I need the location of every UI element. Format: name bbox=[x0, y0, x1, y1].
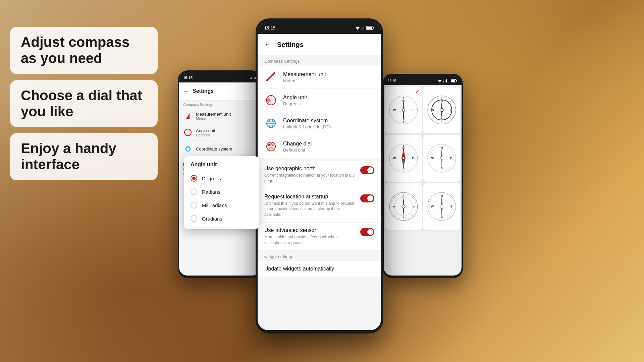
svg-rect-23 bbox=[445, 80, 445, 82]
toggle-sensor-switch[interactable] bbox=[360, 228, 374, 236]
main-back-icon[interactable]: ← bbox=[264, 40, 272, 49]
radio-radians-outer bbox=[191, 188, 197, 195]
card-2-text: Choose a dial that you like bbox=[21, 87, 147, 120]
main-toggle-north[interactable]: Use geographic north Current magnetic de… bbox=[258, 161, 381, 189]
dial-4-svg: N S E W bbox=[427, 143, 457, 173]
wifi-icon bbox=[355, 26, 360, 30]
bg-title: Settings bbox=[193, 88, 214, 94]
radio-degrees-outer bbox=[191, 175, 197, 182]
main-section-label: Compass Settings bbox=[258, 55, 381, 66]
radio-radians[interactable]: Radians bbox=[184, 185, 259, 198]
svg-text:W: W bbox=[431, 205, 434, 208]
bg-setting-coord[interactable]: 🌐 Coordinate system bbox=[179, 141, 260, 157]
phone-right: 15:15 bbox=[382, 74, 463, 278]
bg-section-header: Compass Settings bbox=[179, 100, 260, 108]
dial-card-1[interactable]: N S E W bbox=[385, 86, 422, 133]
svg-text:E: E bbox=[450, 108, 452, 112]
main-measurement-value: Meters bbox=[283, 78, 326, 83]
svg-text:W: W bbox=[392, 205, 395, 208]
svg-text:E: E bbox=[450, 157, 452, 160]
dial-2-svg: N S E W bbox=[427, 95, 457, 125]
bg-setting-angle[interactable]: Angle unit Degrees bbox=[179, 124, 260, 141]
bg-angle-label: Angle unit bbox=[196, 128, 215, 133]
bg-angle-icon bbox=[183, 128, 193, 137]
main-dial-label: Change dial bbox=[283, 141, 312, 147]
dial-card-6[interactable]: N S E W bbox=[423, 183, 460, 230]
toggle-north-desc: Current magnetic declination at your loc… bbox=[264, 173, 356, 184]
toggle-sensor-title: Use advanced sensor bbox=[264, 227, 356, 233]
dial-card-5[interactable]: N S E W bbox=[385, 183, 422, 230]
svg-text:W: W bbox=[393, 157, 396, 160]
svg-point-80 bbox=[440, 157, 443, 160]
svg-rect-6 bbox=[373, 27, 374, 28]
svg-point-107 bbox=[440, 205, 443, 208]
main-setting-dial[interactable]: Change dial Default dial bbox=[258, 135, 381, 158]
radio-degrees-label: Degrees bbox=[202, 176, 221, 181]
right-time: 15:15 bbox=[388, 79, 396, 83]
dial-6-svg: N S E W bbox=[427, 191, 457, 222]
radio-degrees[interactable]: Degrees bbox=[184, 172, 259, 185]
dial-1-svg: N S E W bbox=[388, 95, 419, 125]
camera-notch bbox=[318, 28, 321, 32]
toggle-north-switch[interactable] bbox=[360, 166, 374, 174]
radio-milliradians[interactable]: Milliradians bbox=[184, 198, 259, 212]
svg-text:W: W bbox=[393, 108, 396, 112]
main-measurement-label: Measurement unit bbox=[283, 71, 326, 77]
svg-marker-21 bbox=[438, 80, 442, 82]
phone-main-screen: 15:15 ← Settings Compass Settings bbox=[258, 22, 381, 330]
bg-app-bar: ← Settings bbox=[179, 82, 260, 100]
main-angle-icon bbox=[264, 94, 278, 107]
dial-grid: N S E W bbox=[384, 85, 462, 231]
toggle-north-title: Use geographic north bbox=[264, 166, 356, 172]
main-toggle-sensor[interactable]: Use advanced sensor More stable and prov… bbox=[258, 223, 381, 251]
svg-point-67 bbox=[402, 157, 405, 159]
main-widget-update[interactable]: Update widgets automatically bbox=[258, 261, 381, 277]
svg-rect-27 bbox=[451, 80, 455, 82]
bg-back-arrow[interactable]: ← bbox=[183, 88, 189, 95]
main-toggle-section: Use geographic north Current magnetic de… bbox=[258, 161, 381, 251]
bg-ruler-icon bbox=[183, 111, 193, 121]
phone-right-screen: 15:15 bbox=[384, 76, 462, 276]
radio-gradians[interactable]: Gradians bbox=[184, 212, 259, 225]
main-widget-section: widget settings bbox=[258, 251, 381, 261]
dial-card-3[interactable]: N S E W bbox=[385, 135, 422, 182]
bg-status-bar: 15:15 ▲ ● bbox=[179, 73, 260, 82]
dial-card-2[interactable]: N S E W bbox=[423, 86, 460, 133]
text-card-3: Enjoy a handy interface bbox=[10, 133, 158, 180]
card-3-text: Enjoy a handy interface bbox=[21, 140, 147, 173]
svg-rect-4 bbox=[364, 26, 364, 30]
radio-gradians-label: Gradians bbox=[202, 216, 222, 222]
main-toggle-location[interactable]: Request location at startup Uncheck this… bbox=[258, 189, 381, 223]
main-coord-label: Coordinate system bbox=[283, 118, 331, 124]
dial-card-4[interactable]: N S E W bbox=[423, 135, 460, 182]
main-angle-label: Angle unit bbox=[283, 95, 307, 101]
radio-gradians-outer bbox=[191, 215, 197, 222]
svg-text:E: E bbox=[450, 205, 452, 208]
right-status-icons bbox=[437, 79, 458, 82]
left-panels: Adjust compass as you need Choose a dial… bbox=[10, 27, 158, 180]
bg-setting-measurement[interactable]: Measurement unit Meters bbox=[179, 108, 260, 124]
main-ruler-icon bbox=[264, 70, 278, 84]
svg-point-18 bbox=[268, 144, 270, 146]
toggle-location-switch[interactable] bbox=[360, 194, 374, 202]
svg-rect-24 bbox=[446, 79, 447, 82]
popup-title: Angle unit bbox=[184, 162, 259, 172]
battery-icon bbox=[366, 26, 374, 30]
svg-text:W: W bbox=[431, 108, 434, 112]
svg-text:W: W bbox=[431, 157, 434, 160]
svg-text:E: E bbox=[413, 205, 415, 208]
main-palette-icon bbox=[264, 140, 278, 153]
radio-radians-label: Radians bbox=[202, 189, 220, 195]
main-screen-title: Settings bbox=[277, 41, 304, 49]
dial-3-svg: N S E W bbox=[388, 143, 419, 173]
main-settings-content: Measurement unit Meters Angle unit Degre… bbox=[258, 66, 381, 158]
svg-rect-3 bbox=[363, 27, 363, 30]
angle-unit-popup: Angle unit Degrees Radians Milliradians … bbox=[184, 156, 259, 229]
svg-text:E: E bbox=[412, 157, 414, 160]
svg-text:E: E bbox=[412, 108, 414, 112]
main-setting-measurement[interactable]: Measurement unit Meters bbox=[258, 66, 381, 89]
main-setting-coord[interactable]: Coordinate system Latitude& Longitide (D… bbox=[258, 112, 381, 135]
svg-rect-7 bbox=[367, 27, 372, 29]
main-app-bar: ← Settings bbox=[258, 34, 381, 55]
main-setting-angle[interactable]: Angle unit Degrees bbox=[258, 89, 381, 112]
